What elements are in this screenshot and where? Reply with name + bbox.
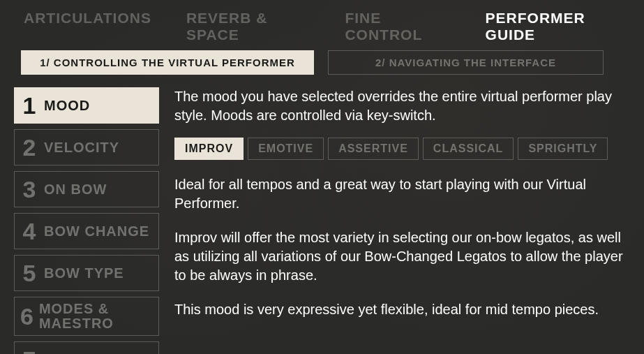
top-tabs: ARTICULATIONSREVERB & SPACEFINE CONTROLP… bbox=[0, 0, 644, 43]
content-panel: The mood you have selected overrides the… bbox=[174, 87, 623, 354]
top-tab-articulations[interactable]: ARTICULATIONS bbox=[24, 10, 151, 27]
main-area: 1MOOD2VELOCITY3ON BOW4BOW CHANGE5BOW TYP… bbox=[0, 75, 644, 354]
sub-tabs: 1/ CONTROLLING THE VIRTUAL PERFORMER2/ N… bbox=[0, 43, 644, 75]
side-list: 1MOOD2VELOCITY3ON BOW4BOW CHANGE5BOW TYP… bbox=[14, 87, 159, 354]
side-item-label: BOW TYPE bbox=[44, 266, 124, 281]
sub-tab-1[interactable]: 1/ CONTROLLING THE VIRTUAL PERFORMER bbox=[21, 50, 314, 75]
paragraph-3: This mood is very expressive yet flexibl… bbox=[174, 300, 623, 319]
side-item-number: 1 bbox=[19, 94, 40, 117]
paragraph-1: Ideal for all tempos and a great way to … bbox=[174, 175, 623, 213]
side-item-modes-maestro[interactable]: 6MODES & MAESTRO bbox=[14, 297, 159, 336]
paragraphs: Ideal for all tempos and a great way to … bbox=[174, 175, 623, 319]
mood-tabs: IMPROVEMOTIVEASSERTIVECLASSICALSPRIGHTLY bbox=[174, 138, 623, 160]
mood-tab-improv[interactable]: IMPROV bbox=[174, 138, 244, 160]
side-item-bow-type[interactable]: 5BOW TYPE bbox=[14, 255, 159, 291]
mood-tab-sprightly[interactable]: SPRIGHTLY bbox=[518, 138, 608, 160]
side-item-number: 2 bbox=[19, 135, 40, 159]
side-item-number: 6 bbox=[19, 304, 35, 328]
side-item-bow-change[interactable]: 4BOW CHANGE bbox=[14, 213, 159, 249]
side-item-crafting[interactable]: 7CRAFTING bbox=[14, 341, 159, 354]
top-tab-performer-guide[interactable]: PERFORMER GUIDE bbox=[486, 10, 623, 43]
side-item-velocity[interactable]: 2VELOCITY bbox=[14, 129, 159, 165]
side-item-label: MOOD bbox=[44, 98, 90, 113]
side-item-label: ON BOW bbox=[44, 182, 107, 197]
side-item-number: 7 bbox=[19, 348, 40, 354]
side-item-on-bow[interactable]: 3ON BOW bbox=[14, 171, 159, 207]
top-tab-fine-control[interactable]: FINE CONTROL bbox=[345, 10, 450, 43]
mood-tab-assertive[interactable]: ASSERTIVE bbox=[328, 138, 419, 160]
side-item-number: 4 bbox=[19, 219, 40, 243]
top-tab-reverb-space[interactable]: REVERB & SPACE bbox=[186, 10, 310, 43]
mood-tab-classical[interactable]: CLASSICAL bbox=[423, 138, 514, 160]
intro-text: The mood you have selected overrides the… bbox=[174, 87, 623, 125]
paragraph-2: Improv will offer the most variety in se… bbox=[174, 228, 623, 285]
mood-tab-emotive[interactable]: EMOTIVE bbox=[248, 138, 324, 160]
side-item-label: VELOCITY bbox=[44, 140, 119, 155]
side-item-number: 3 bbox=[19, 177, 40, 201]
side-item-mood[interactable]: 1MOOD bbox=[14, 87, 159, 124]
side-item-number: 5 bbox=[19, 261, 40, 285]
side-item-label: MODES & MAESTRO bbox=[39, 302, 153, 331]
sub-tab-2[interactable]: 2/ NAVIGATING THE INTERFACE bbox=[328, 50, 604, 75]
side-item-label: BOW CHANGE bbox=[44, 224, 149, 239]
